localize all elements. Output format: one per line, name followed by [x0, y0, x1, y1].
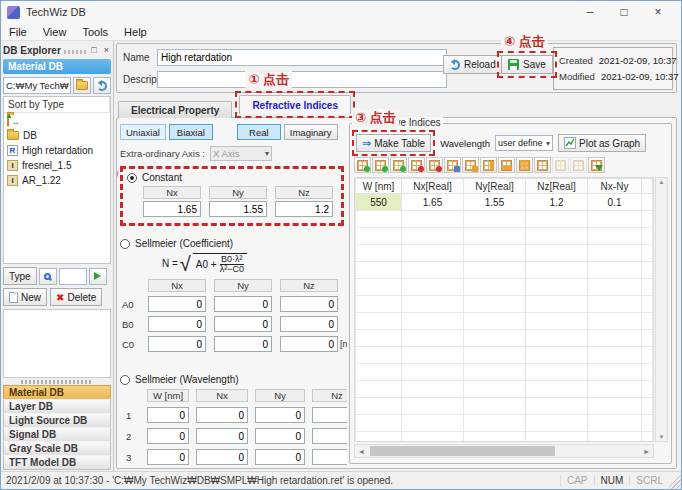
empty-cell[interactable] [356, 347, 402, 364]
cell-ny[interactable]: 1.55 [464, 194, 526, 211]
header-nx-ny[interactable]: Nx-Ny [588, 179, 642, 194]
save-button[interactable]: Save [501, 55, 553, 74]
empty-cell[interactable] [642, 313, 653, 330]
new-button[interactable]: New [3, 288, 47, 306]
table-row-empty[interactable] [356, 398, 653, 415]
empty-cell[interactable] [588, 381, 642, 398]
cell-nx-ny[interactable]: 0.1 [588, 194, 642, 211]
panel-grip[interactable] [64, 50, 87, 54]
empty-cell[interactable] [588, 432, 642, 443]
delete-column-icon[interactable] [426, 157, 443, 173]
empty-cell[interactable] [402, 330, 464, 347]
wave1-nz-input[interactable] [312, 407, 347, 423]
empty-cell[interactable] [642, 381, 653, 398]
empty-cell[interactable] [464, 313, 526, 330]
header-ny-real[interactable]: Ny[Real] [464, 179, 526, 194]
browse-folder-button[interactable] [73, 77, 91, 94]
empty-cell[interactable] [588, 347, 642, 364]
empty-cell[interactable] [464, 296, 526, 313]
wave3-w-input[interactable] [147, 449, 189, 465]
empty-cell[interactable] [526, 296, 588, 313]
wave2-nz-input[interactable] [312, 428, 347, 444]
table-row-empty[interactable] [356, 432, 653, 443]
paste-icon[interactable] [462, 157, 479, 173]
table-row[interactable]: 550 1.65 1.55 1.2 0.1 [356, 194, 653, 211]
reload-button[interactable]: Reload [443, 55, 503, 74]
search-go-button[interactable] [89, 268, 107, 285]
empty-cell[interactable] [464, 415, 526, 432]
sellmeier-coeff-radio-row[interactable]: Sellmeier (Coefficient) [120, 238, 347, 249]
panel-float-button[interactable]: □ [89, 45, 98, 55]
empty-cell[interactable] [402, 296, 464, 313]
empty-cell[interactable] [526, 364, 588, 381]
close-button[interactable]: × [641, 5, 675, 19]
sort-by-type-header[interactable]: Sort by Type [4, 97, 110, 113]
empty-cell[interactable] [402, 432, 464, 443]
description-input[interactable] [157, 71, 447, 88]
wave1-nx-input[interactable] [196, 407, 248, 423]
empty-cell[interactable] [464, 211, 526, 228]
a0-nz-input[interactable] [280, 296, 338, 312]
empty-cell[interactable] [464, 347, 526, 364]
axis-dropdown[interactable]: X Axis ▾ [210, 146, 272, 161]
table-row-empty[interactable] [356, 415, 653, 432]
empty-cell[interactable] [588, 330, 642, 347]
empty-cell[interactable] [402, 347, 464, 364]
empty-cell[interactable] [356, 364, 402, 381]
empty-cell[interactable] [356, 381, 402, 398]
cell-w[interactable]: 550 [356, 194, 402, 211]
empty-cell[interactable] [402, 381, 464, 398]
export-icon[interactable] [588, 157, 605, 173]
empty-cell[interactable] [464, 330, 526, 347]
empty-cell[interactable] [526, 279, 588, 296]
add-row-icon[interactable] [372, 157, 389, 173]
a0-ny-input[interactable] [214, 296, 272, 312]
type-button[interactable]: Type [3, 267, 37, 285]
minimize-button[interactable]: – [573, 5, 607, 19]
empty-cell[interactable] [588, 415, 642, 432]
filter-input[interactable] [59, 268, 87, 285]
c0-nx-input[interactable] [148, 336, 206, 352]
empty-cell[interactable] [356, 330, 402, 347]
header-w[interactable]: W [nm] [356, 179, 402, 194]
table-row-empty[interactable] [356, 211, 653, 228]
scroll-left-icon[interactable]: ◄ [355, 448, 368, 455]
horizontal-scrollbar[interactable]: ◄ ► [354, 444, 654, 458]
empty-cell[interactable] [402, 262, 464, 279]
empty-cell[interactable] [356, 262, 402, 279]
constant-radio-row[interactable]: Constant [127, 172, 337, 183]
empty-cell[interactable] [526, 415, 588, 432]
empty-cell[interactable] [402, 398, 464, 415]
empty-cell[interactable] [464, 432, 526, 443]
constant-nx-input[interactable] [143, 201, 201, 217]
imaginary-button[interactable]: Imaginary [284, 124, 338, 140]
empty-cell[interactable] [642, 364, 653, 381]
sidebar-item-material-db[interactable]: Material DB [3, 385, 111, 400]
delete-row-icon[interactable] [408, 157, 425, 173]
wave2-ny-input[interactable] [255, 428, 305, 444]
fill-table-icon[interactable] [516, 157, 533, 173]
empty-cell[interactable] [588, 262, 642, 279]
nav-splitter-grip[interactable] [21, 380, 93, 384]
sidebar-item-tft-model-db[interactable]: TFT Model DB [3, 455, 111, 470]
make-table-button[interactable]: ⇒ Make Table [356, 134, 431, 152]
empty-cell[interactable] [526, 330, 588, 347]
empty-cell[interactable] [356, 279, 402, 296]
panel-close-button[interactable]: × [102, 45, 111, 55]
menu-tools[interactable]: Tools [74, 25, 116, 39]
search-button[interactable] [39, 268, 57, 285]
b0-nz-input[interactable] [280, 316, 338, 332]
empty-cell[interactable] [356, 398, 402, 415]
empty-cell[interactable] [402, 364, 464, 381]
empty-cell[interactable] [356, 313, 402, 330]
table-row-empty[interactable] [356, 330, 653, 347]
wavelength-dropdown[interactable]: user define ▾ [495, 135, 553, 151]
wave2-nx-input[interactable] [196, 428, 248, 444]
maximize-button[interactable]: □ [607, 5, 641, 19]
sidebar-item-signal-db[interactable]: Signal DB [3, 427, 111, 442]
empty-cell[interactable] [642, 279, 653, 296]
empty-cell[interactable] [526, 262, 588, 279]
empty-cell[interactable] [464, 381, 526, 398]
empty-cell[interactable] [464, 245, 526, 262]
empty-cell[interactable] [402, 415, 464, 432]
